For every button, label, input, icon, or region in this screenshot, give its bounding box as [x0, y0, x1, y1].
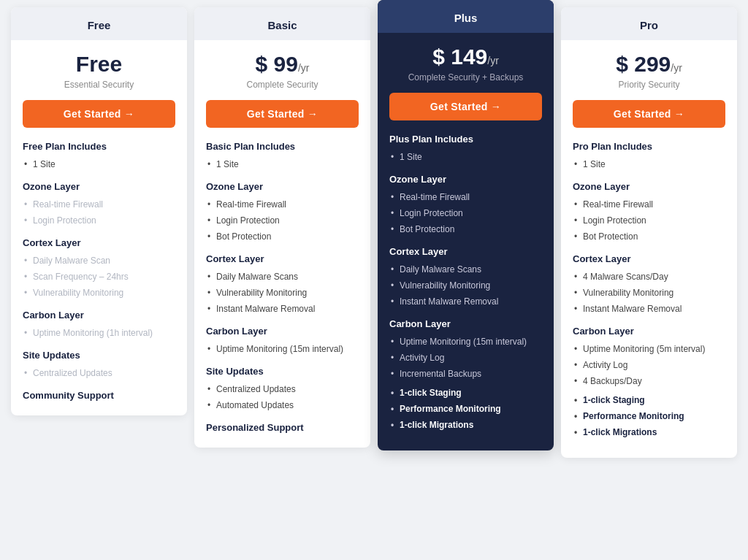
plan-name-free: Free: [11, 7, 187, 40]
layer-title-plus-0: Ozone Layer: [389, 174, 542, 185]
plan-amount-pro: $ 299: [616, 52, 671, 76]
layer-features-basic-0: Real-time FirewallLogin ProtectionBot Pr…: [206, 196, 359, 245]
feature-pro-2-1: Activity Log: [573, 357, 725, 373]
feature-free-0-0: Real-time Firewall: [23, 196, 175, 212]
plan-card-plus: Plus$ 149/yrComplete Security + BackupsG…: [378, 0, 554, 450]
feature-pro-1-1: Vulnerability Monitoring: [573, 285, 725, 301]
plan-name-basic: Basic: [194, 7, 370, 40]
feature-basic-3-1: Automated Updates: [206, 397, 359, 413]
plan-period-plus: /yr: [487, 55, 499, 66]
layer-title-free-0: Ozone Layer: [23, 181, 175, 192]
layer-features-pro-0: Real-time FirewallLogin ProtectionBot Pr…: [573, 196, 725, 245]
extras-pro: 1-click StagingPerformance Monitoring1-c…: [573, 392, 725, 440]
feature-basic-0-2: Bot Protection: [206, 229, 359, 245]
feature-basic-2-0: Uptime Monitoring (15m interval): [206, 341, 359, 357]
layer-features-plus-2: Uptime Monitoring (15m interval)Activity…: [389, 334, 542, 382]
layer-features-plus-1: Daily Malware ScansVulnerability Monitor…: [389, 261, 542, 310]
extra-item-pro-2: 1-click Migrations: [573, 424, 725, 440]
layer-title-pro-1: Cortex Layer: [573, 253, 725, 264]
feature-free-3-0: Centralized Updates: [23, 365, 175, 381]
plan-subtitle-plus: Complete Security + Backups: [389, 72, 542, 83]
sites-basic: 1 Site: [206, 156, 359, 172]
cta-button-free[interactable]: Get Started →: [23, 100, 175, 128]
plan-body-free: FreeEssential SecurityGet Started →Free …: [11, 40, 187, 415]
feature-free-1-2: Vulnerability Monitoring: [23, 285, 175, 301]
sites-pro: 1 Site: [573, 156, 725, 172]
feature-free-1-1: Scan Frequency – 24hrs: [23, 269, 175, 285]
plan-amount-basic: $ 99: [256, 52, 298, 76]
cta-button-plus[interactable]: Get Started →: [389, 93, 542, 120]
plan-card-pro: Pro$ 299/yrPriority SecurityGet Started …: [561, 7, 737, 458]
feature-pro-1-0: 4 Malware Scans/Day: [573, 269, 725, 285]
plan-period-pro: /yr: [671, 62, 682, 74]
plan-body-plus: $ 149/yrComplete Security + BackupsGet S…: [378, 33, 554, 450]
plan-subtitle-free: Essential Security: [23, 80, 175, 90]
feature-plus-2-1: Activity Log: [389, 350, 542, 366]
layer-title-basic-2: Carbon Layer: [206, 326, 359, 337]
feature-basic-1-1: Vulnerability Monitoring: [206, 285, 359, 301]
feature-pro-1-2: Instant Malware Removal: [573, 301, 725, 317]
feature-free-0-1: Login Protection: [23, 212, 175, 229]
plan-amount-free: Free: [76, 52, 122, 76]
includes-title-free: Free Plan Includes: [23, 141, 175, 152]
feature-plus-1-2: Instant Malware Removal: [389, 294, 542, 310]
feature-basic-1-2: Instant Malware Removal: [206, 301, 359, 317]
extra-item-pro-1: Performance Monitoring: [573, 408, 725, 424]
includes-title-pro: Pro Plan Includes: [573, 141, 725, 152]
plan-body-basic: $ 99/yrComplete SecurityGet Started →Bas…: [194, 40, 370, 448]
extra-item-plus-0: 1-click Staging: [389, 385, 542, 401]
feature-pro-0-1: Login Protection: [573, 212, 725, 229]
feature-plus-0-1: Login Protection: [389, 205, 542, 221]
plan-card-basic: Basic$ 99/yrComplete SecurityGet Started…: [194, 7, 370, 448]
plan-price-plus: $ 149/yr: [389, 45, 542, 69]
layer-title-pro-2: Carbon Layer: [573, 326, 725, 337]
layer-title-plus-2: Carbon Layer: [389, 318, 542, 329]
layer-features-free-1: Daily Malware ScanScan Frequency – 24hrs…: [23, 253, 175, 301]
layer-title-basic-1: Cortex Layer: [206, 253, 359, 264]
layer-features-basic-2: Uptime Monitoring (15m interval): [206, 341, 359, 357]
sites-free: 1 Site: [23, 156, 175, 172]
feature-pro-2-0: Uptime Monitoring (5m interval): [573, 341, 725, 357]
feature-plus-0-0: Real-time Firewall: [389, 189, 542, 205]
plan-name-pro: Pro: [561, 7, 737, 40]
plan-price-free: Free: [23, 52, 175, 77]
layer-features-plus-0: Real-time FirewallLogin ProtectionBot Pr…: [389, 189, 542, 237]
layer-features-pro-1: 4 Malware Scans/DayVulnerability Monitor…: [573, 269, 725, 317]
layer-title-free-2: Carbon Layer: [23, 310, 175, 321]
feature-plus-2-2: Incremental Backups: [389, 366, 542, 382]
layer-title-free-1: Cortex Layer: [23, 237, 175, 248]
layer-features-free-2: Uptime Monitoring (1h interval): [23, 325, 175, 341]
layer-features-basic-3: Centralized UpdatesAutomated Updates: [206, 381, 359, 413]
plan-amount-plus: $ 149: [432, 45, 487, 69]
feature-plus-2-0: Uptime Monitoring (15m interval): [389, 334, 542, 350]
plan-name-plus: Plus: [378, 0, 554, 33]
feature-plus-1-0: Daily Malware Scans: [389, 261, 542, 277]
plan-body-pro: $ 299/yrPriority SecurityGet Started →Pr…: [561, 40, 737, 458]
extra-item-pro-0: 1-click Staging: [573, 392, 725, 408]
plan-card-free: FreeFreeEssential SecurityGet Started →F…: [11, 7, 187, 415]
feature-basic-3-0: Centralized Updates: [206, 381, 359, 397]
pricing-table: FreeFreeEssential SecurityGet Started →F…: [0, 7, 748, 458]
layer-title-basic-3: Site Updates: [206, 366, 359, 377]
plan-period-basic: /yr: [298, 62, 310, 74]
feature-free-1-0: Daily Malware Scan: [23, 253, 175, 269]
feature-basic-1-0: Daily Malware Scans: [206, 269, 359, 285]
feature-free-2-0: Uptime Monitoring (1h interval): [23, 325, 175, 341]
feature-pro-0-0: Real-time Firewall: [573, 196, 725, 212]
plan-subtitle-pro: Priority Security: [573, 80, 725, 90]
feature-basic-0-1: Login Protection: [206, 212, 359, 229]
plan-subtitle-basic: Complete Security: [206, 80, 359, 90]
feature-plus-1-1: Vulnerability Monitoring: [389, 277, 542, 294]
cta-button-pro[interactable]: Get Started →: [573, 100, 725, 128]
cta-button-basic[interactable]: Get Started →: [206, 100, 359, 128]
layer-features-pro-2: Uptime Monitoring (5m interval)Activity …: [573, 341, 725, 389]
feature-plus-0-2: Bot Protection: [389, 221, 542, 237]
extra-item-plus-1: Performance Monitoring: [389, 401, 542, 417]
layer-title-pro-0: Ozone Layer: [573, 181, 725, 192]
feature-pro-2-2: 4 Backups/Day: [573, 373, 725, 389]
support-label-free: Community Support: [23, 390, 175, 401]
feature-pro-0-2: Bot Protection: [573, 229, 725, 245]
feature-basic-0-0: Real-time Firewall: [206, 196, 359, 212]
layer-title-basic-0: Ozone Layer: [206, 181, 359, 192]
sites-plus: 1 Site: [389, 149, 542, 165]
